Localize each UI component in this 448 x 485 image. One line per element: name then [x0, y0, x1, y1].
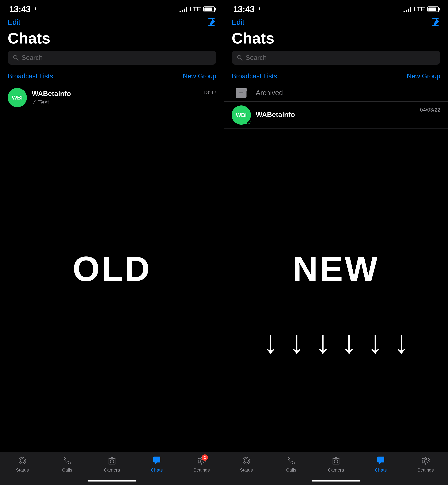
tab-settings-left[interactable]: 2 Settings	[179, 455, 224, 473]
status-bar-left: 13:43 LTE	[0, 0, 224, 15]
compose-button-left[interactable]	[207, 18, 216, 27]
svg-line-11	[240, 58, 242, 60]
tab-label-camera-left: Camera	[104, 467, 120, 473]
chat-name-right: WABetaInfo	[256, 111, 415, 119]
location-icon-left	[33, 7, 38, 12]
svg-point-4	[20, 459, 24, 463]
calls-icon-left	[62, 455, 72, 466]
page-title-left: Chats	[0, 29, 224, 47]
arrow-2: ↓	[289, 327, 304, 358]
status-icon-left	[17, 455, 28, 466]
new-group-right[interactable]: New Group	[407, 73, 440, 80]
svg-point-15	[245, 119, 250, 124]
compose-button-right[interactable]	[431, 18, 440, 27]
tab-status-right[interactable]: Status	[224, 455, 269, 473]
tab-label-settings-right: Settings	[417, 467, 434, 473]
archived-item-right[interactable]: Archived	[224, 84, 448, 102]
battery-right	[427, 7, 439, 12]
status-icons-left: LTE	[179, 6, 215, 13]
chats-icon-left	[152, 455, 162, 466]
camera-svg-right	[331, 456, 341, 465]
settings-icon-left: 2	[196, 455, 207, 466]
calls-icon-right	[286, 455, 296, 466]
tab-label-calls-right: Calls	[286, 467, 296, 473]
actions-row-right: Broadcast Lists New Group	[224, 70, 448, 82]
broadcast-lists-right[interactable]: Broadcast Lists	[232, 73, 277, 80]
comparison-section: OLD NEW	[0, 244, 448, 293]
tab-chats-left[interactable]: Chats	[134, 455, 179, 473]
archive-svg	[236, 88, 247, 98]
svg-point-17	[244, 459, 248, 463]
chat-time-right: 04/03/22	[420, 107, 440, 113]
status-bar-right: 13:43 LTE	[224, 0, 448, 15]
chat-name-left: WABetaInfo	[32, 90, 198, 98]
svg-rect-13	[236, 88, 247, 91]
tab-camera-right[interactable]: Camera	[314, 455, 359, 473]
tab-label-settings-left: Settings	[193, 467, 210, 473]
arrows-section: ↓ ↓ ↓ ↓ ↓ ↓	[224, 314, 448, 370]
search-bar-right[interactable]: Search	[232, 51, 440, 65]
location-icon-right	[257, 7, 262, 12]
tab-chats-right[interactable]: Chats	[358, 455, 403, 473]
lte-left: LTE	[190, 6, 201, 13]
chat-content-right: WABetaInfo	[256, 111, 415, 120]
tab-status-left[interactable]: Status	[0, 455, 45, 473]
home-indicator-left	[88, 480, 136, 482]
camera-icon-left	[107, 455, 117, 466]
edit-button-right[interactable]: Edit	[232, 18, 244, 26]
tab-calls-left[interactable]: Calls	[45, 455, 90, 473]
settings-icon-right	[420, 455, 431, 466]
chat-content-left: WABetaInfo ✓ Test	[32, 90, 198, 106]
avatar-wabetainfo-right: WBI	[232, 106, 251, 125]
nav-header-left: Edit	[0, 15, 224, 29]
tab-label-chats-left: Chats	[151, 467, 163, 473]
chats-svg-right	[376, 455, 386, 466]
avatar-wabetainfo-left: WBI	[8, 88, 27, 107]
archived-label-right: Archived	[256, 89, 283, 97]
arrow-5: ↓	[368, 327, 383, 358]
new-group-left[interactable]: New Group	[183, 73, 216, 80]
signal-left	[179, 7, 187, 12]
time-right: 13:43	[233, 4, 255, 14]
tab-settings-right[interactable]: Settings	[403, 455, 448, 473]
battery-left	[203, 7, 215, 12]
search-placeholder-right: Search	[246, 54, 267, 61]
broadcast-lists-left[interactable]: Broadcast Lists	[8, 73, 53, 80]
chat-time-left: 13:42	[203, 89, 216, 95]
signal-right	[403, 7, 411, 12]
svg-point-19	[334, 460, 338, 463]
svg-rect-7	[111, 458, 113, 459]
svg-rect-12	[236, 90, 247, 98]
home-indicator-right	[312, 480, 360, 482]
edit-button-left[interactable]: Edit	[8, 18, 20, 26]
actions-row-left: Broadcast Lists New Group	[0, 70, 224, 82]
old-label: OLD	[72, 249, 152, 289]
search-bar-left[interactable]: Search	[8, 51, 216, 65]
tab-label-status-right: Status	[240, 467, 253, 473]
svg-rect-14	[239, 92, 243, 93]
new-label-container: NEW	[224, 244, 448, 293]
settings-svg-right	[421, 456, 430, 465]
arrow-3: ↓	[315, 327, 331, 358]
camera-svg-left	[107, 456, 117, 465]
status-icons-right: LTE	[403, 6, 439, 13]
loading-icon-right	[245, 118, 251, 125]
chats-icon-right	[376, 455, 386, 466]
search-placeholder-left: Search	[22, 54, 43, 61]
tab-camera-left[interactable]: Camera	[90, 455, 135, 473]
compose-icon-left	[207, 18, 216, 27]
page-title-right: Chats	[224, 29, 448, 47]
new-label: NEW	[293, 249, 379, 289]
chat-item-wabetainfo-left[interactable]: WBI WABetaInfo ✓ Test 13:42	[0, 84, 224, 111]
tab-label-calls-left: Calls	[62, 467, 72, 473]
svg-point-21	[424, 459, 427, 462]
lte-right: LTE	[414, 6, 425, 13]
tab-label-chats-right: Chats	[375, 467, 387, 473]
chat-item-wabetainfo-right[interactable]: WBI WABetaInfo 04/03/22	[224, 102, 448, 129]
settings-badge-left: 2	[202, 454, 208, 461]
search-icon-left	[13, 55, 19, 61]
right-screen: 13:43 LTE Edit Cha	[224, 0, 448, 485]
svg-rect-20	[335, 458, 337, 459]
compose-icon-right	[431, 18, 440, 27]
tab-calls-right[interactable]: Calls	[269, 455, 314, 473]
